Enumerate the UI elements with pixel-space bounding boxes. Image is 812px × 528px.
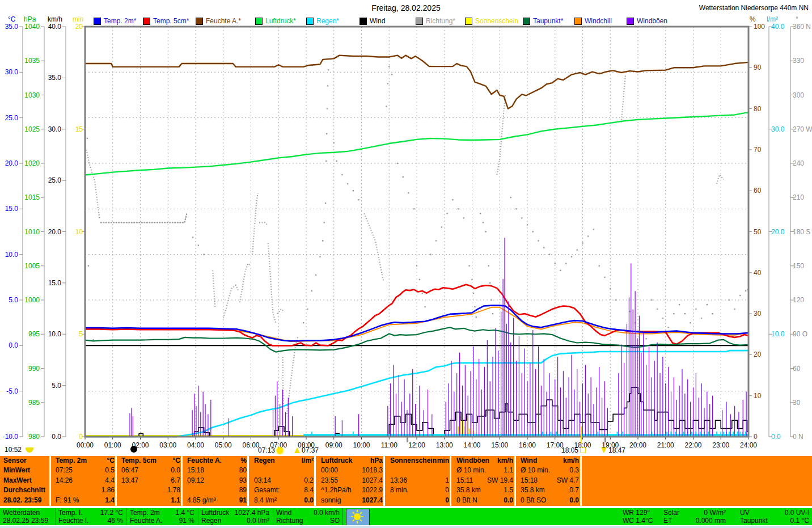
svg-text:20.0: 20.0 bbox=[771, 228, 785, 236]
svg-text:03:00: 03:00 bbox=[159, 441, 176, 449]
svg-text:15:00: 15:00 bbox=[491, 441, 508, 449]
svg-text:35.0: 35.0 bbox=[48, 74, 62, 82]
stats-cell-label: Wind bbox=[516, 456, 537, 466]
sunset-square-icon bbox=[580, 447, 586, 453]
stats-cell-value: 1.5 bbox=[504, 485, 513, 495]
sunrise-annotation: 07:37 bbox=[294, 446, 319, 454]
svg-text:10.0: 10.0 bbox=[5, 251, 19, 259]
stats-row-label: Durchschnitt bbox=[3, 485, 45, 495]
stats-cell-value: 0.2 bbox=[304, 476, 314, 485]
stats-cell-value: 4.4 bbox=[105, 476, 115, 485]
svg-text:1035: 1035 bbox=[24, 57, 40, 65]
svg-text:21:00: 21:00 bbox=[657, 441, 674, 449]
stats-cell-label: 00:00 bbox=[316, 466, 338, 475]
stats-cell-value: km/h bbox=[563, 456, 579, 466]
footer-section-uv-taupunkt: UV0.0 UV-I Taupunkt0.1 °C bbox=[740, 509, 809, 525]
svg-text:22:00: 22:00 bbox=[684, 441, 701, 449]
stats-cell-label: 15:18 bbox=[516, 476, 538, 485]
moonrise-annotation: 10:52 bbox=[5, 446, 33, 454]
stats-cell-value: 1018.3 bbox=[362, 466, 383, 475]
svg-text:270 W: 270 W bbox=[793, 125, 812, 133]
stats-cell-value: 1.1 bbox=[504, 466, 513, 475]
divider bbox=[450, 456, 451, 506]
stats-cell-value: SW 19.4 bbox=[487, 476, 513, 485]
sunset-time: 18:05 bbox=[561, 446, 578, 454]
stats-col-windb-en: Windböenkm/hØ 10 min.1.115:11SW 19.435.8… bbox=[452, 456, 513, 506]
svg-text:30.0: 30.0 bbox=[771, 125, 785, 133]
svg-text:240: 240 bbox=[793, 159, 804, 167]
stats-col-luftdruck: LuftdruckhPa00:001018.323:551027.4^1.2hP… bbox=[316, 456, 383, 506]
stats-cell-value: 91 bbox=[239, 496, 247, 505]
svg-text:05:00: 05:00 bbox=[215, 441, 232, 449]
sunrise-arrow-icon bbox=[294, 447, 300, 453]
svg-text:10:00: 10:00 bbox=[353, 441, 370, 449]
stats-cell-value: 1.4 bbox=[105, 496, 115, 505]
stats-cell-value: 0.0 bbox=[171, 466, 180, 475]
svg-text:35.0: 35.0 bbox=[5, 23, 19, 31]
divider bbox=[342, 508, 343, 525]
stats-cell-label bbox=[386, 496, 390, 505]
stats-cell-value: 0.0 bbox=[504, 496, 513, 505]
stats-cell-value: 0 bbox=[445, 496, 449, 505]
stats-cell-label: Sonnenschein bbox=[386, 456, 437, 466]
stats-col-sonnenschein: Sonnenscheinmin13:3618 min.00 bbox=[386, 456, 449, 506]
stats-cell-label: Regen bbox=[249, 456, 275, 466]
svg-text:20: 20 bbox=[75, 23, 83, 31]
divider bbox=[126, 508, 127, 525]
svg-text:40.0: 40.0 bbox=[771, 23, 785, 31]
stats-cell-label: 13:36 bbox=[386, 476, 407, 485]
stats-cell-label bbox=[249, 466, 254, 475]
stats-cell-value: 8.4 bbox=[304, 485, 314, 495]
divider bbox=[580, 456, 582, 506]
footer-section-innen: Temp. I.17.2 °C Feuchte I.46 % bbox=[58, 509, 123, 525]
stats-cell-label: Ø 10 min. bbox=[516, 466, 550, 475]
stats-col-wind: Windkm/hØ 10 min.0.315:18SW 4.735.8 km0.… bbox=[516, 456, 579, 506]
svg-text:01:00: 01:00 bbox=[104, 441, 121, 449]
svg-text:80: 80 bbox=[754, 105, 762, 113]
divider bbox=[115, 456, 117, 506]
current-conditions-bar: Wetterdaten 28.02.25 23:59 Temp. I.17.2 … bbox=[0, 508, 812, 525]
divider bbox=[49, 456, 51, 506]
svg-text:1015: 1015 bbox=[24, 193, 40, 201]
svg-text:980: 980 bbox=[28, 433, 40, 441]
stats-cell-value: 1022.9 bbox=[362, 485, 383, 495]
weather-sun-icon bbox=[346, 509, 370, 526]
svg-text:150: 150 bbox=[793, 262, 804, 270]
stats-row-label: MaxWert bbox=[3, 476, 32, 485]
stats-row-labels: SensorMinWertMaxWertDurchschnitt28.02. 2… bbox=[3, 456, 49, 506]
stats-cell-value: 89 bbox=[239, 485, 247, 495]
svg-text:10.0: 10.0 bbox=[48, 330, 62, 338]
svg-text:30.0: 30.0 bbox=[48, 125, 62, 133]
stats-row-label: MinWert bbox=[3, 466, 30, 475]
stats-cell-value: 80 bbox=[239, 466, 247, 475]
stats-cell-label: 13:47 bbox=[117, 476, 138, 485]
stats-cell-value: hPa bbox=[370, 456, 383, 466]
svg-text:10.0: 10.0 bbox=[771, 330, 785, 338]
stats-cell-value: 1027.4 bbox=[362, 496, 383, 505]
svg-text:25.0: 25.0 bbox=[5, 114, 19, 122]
moon-icon bbox=[26, 447, 33, 453]
sunset-annotation: 18:05 bbox=[561, 446, 586, 454]
stats-cell-value: min bbox=[437, 456, 449, 466]
svg-text:30: 30 bbox=[793, 399, 801, 407]
svg-text:24:00: 24:00 bbox=[740, 441, 757, 449]
svg-text:60: 60 bbox=[793, 365, 801, 373]
svg-text:10: 10 bbox=[75, 228, 83, 236]
sunset-marker-line bbox=[581, 426, 582, 443]
svg-text:1020: 1020 bbox=[24, 159, 40, 167]
svg-text:11:00: 11:00 bbox=[381, 441, 397, 449]
stats-cell-label: F: 91 % bbox=[51, 496, 79, 505]
svg-text:100: 100 bbox=[754, 23, 765, 31]
svg-text:00:00: 00:00 bbox=[77, 441, 94, 449]
svg-text:30.0: 30.0 bbox=[5, 68, 19, 76]
svg-text:1040: 1040 bbox=[24, 23, 40, 31]
sun-icon bbox=[277, 447, 283, 454]
stats-cell-value: 1.1 bbox=[171, 496, 180, 505]
stats-cell-value: 1027.4 bbox=[362, 476, 383, 485]
svg-text:1025: 1025 bbox=[24, 125, 40, 133]
stats-cell-value: 0.0 bbox=[304, 496, 314, 505]
stats-cell-value: °C bbox=[173, 456, 180, 466]
svg-text:0 N: 0 N bbox=[793, 433, 803, 441]
svg-text:40: 40 bbox=[754, 269, 762, 277]
svg-text:0: 0 bbox=[754, 433, 758, 441]
